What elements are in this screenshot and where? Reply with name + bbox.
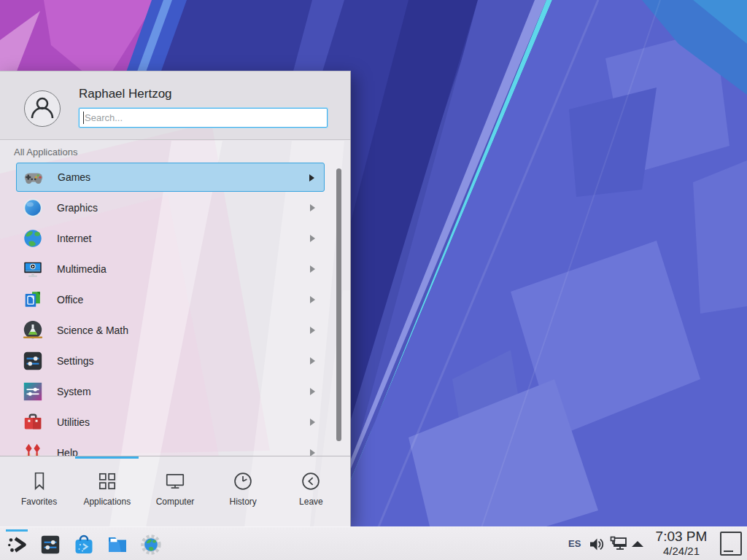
tab-history[interactable]: History xyxy=(209,459,277,526)
monitor-icon xyxy=(164,470,186,492)
user-avatar[interactable] xyxy=(24,90,61,127)
submenu-arrow-icon xyxy=(310,235,315,242)
clock-icon xyxy=(232,470,254,492)
submenu-arrow-icon xyxy=(310,327,315,334)
digital-clock[interactable]: 7:03 PM 4/24/21 xyxy=(651,529,711,558)
user-name: Raphael Hertzog xyxy=(79,87,172,101)
launcher-tab-bar: Favorites Applications Computer xyxy=(5,459,345,526)
network-icon[interactable] xyxy=(610,536,628,556)
tabbar-divider xyxy=(0,456,351,456)
tab-label: Computer xyxy=(156,497,195,507)
show-desktop-glyph xyxy=(724,551,733,552)
tab-label: Leave xyxy=(299,497,323,507)
category-graphics[interactable]: Graphics xyxy=(16,193,325,222)
documents-icon xyxy=(22,289,44,311)
bookmark-icon xyxy=(28,470,50,492)
flask-icon xyxy=(22,319,44,341)
tab-leave[interactable]: Leave xyxy=(277,459,345,526)
system-icon xyxy=(22,381,44,402)
desktop: Raphael Hertzog All Applications xyxy=(0,0,747,560)
submenu-arrow-icon xyxy=(310,204,315,211)
launcher-active-indicator xyxy=(6,529,28,532)
submenu-arrow-icon xyxy=(310,296,315,303)
list-scrollbar[interactable] xyxy=(336,168,341,441)
category-settings[interactable]: Settings xyxy=(16,346,325,376)
category-label: Graphics xyxy=(57,202,98,214)
application-launcher-menu: Raphael Hertzog All Applications xyxy=(0,71,351,526)
category-science-math[interactable]: Science & Math xyxy=(16,316,325,345)
app-launcher-icon[interactable] xyxy=(6,534,28,556)
person-icon xyxy=(26,92,59,125)
search-input[interactable] xyxy=(79,108,328,128)
toolbox-icon xyxy=(22,411,44,433)
submenu-arrow-icon xyxy=(310,419,315,426)
sphere-icon xyxy=(22,197,44,219)
taskbar-panel: ES 7:03 PM 4/24/21 xyxy=(0,526,747,560)
file-manager-icon[interactable] xyxy=(107,534,128,556)
leave-icon xyxy=(300,470,322,492)
grid-icon xyxy=(96,470,118,492)
tab-computer[interactable]: Computer xyxy=(141,459,209,526)
category-utilities[interactable]: Utilities xyxy=(16,408,325,437)
category-label: System xyxy=(57,386,91,397)
clock-time: 7:03 PM xyxy=(651,529,711,545)
globe-icon xyxy=(22,228,44,249)
sliders-icon xyxy=(22,350,44,372)
show-desktop-button[interactable] xyxy=(720,532,742,556)
tab-label: Favorites xyxy=(21,497,57,507)
category-label: Utilities xyxy=(57,416,90,428)
submenu-arrow-icon xyxy=(310,265,315,273)
keyboard-layout-indicator[interactable]: ES xyxy=(568,538,581,549)
category-label: Office xyxy=(57,294,83,306)
header-divider xyxy=(0,139,351,140)
category-list: Games Graphics xyxy=(0,158,351,456)
submenu-arrow-icon xyxy=(310,388,315,395)
section-heading: All Applications xyxy=(14,147,77,158)
submenu-arrow-icon xyxy=(310,449,315,456)
tab-favorites[interactable]: Favorites xyxy=(5,459,73,526)
category-help[interactable]: Help xyxy=(16,438,325,456)
category-system[interactable]: System xyxy=(16,377,325,406)
tab-applications[interactable]: Applications xyxy=(73,459,141,526)
media-screen-icon xyxy=(22,258,44,280)
discover-icon[interactable] xyxy=(73,534,95,556)
help-icon xyxy=(22,442,44,456)
category-label: Internet xyxy=(57,233,91,244)
web-browser-icon[interactable] xyxy=(140,534,162,556)
gamepad-icon xyxy=(23,166,44,188)
category-label: Games xyxy=(58,171,90,183)
system-settings-icon[interactable] xyxy=(39,534,61,556)
category-label: Multimedia xyxy=(57,263,107,275)
category-games[interactable]: Games xyxy=(16,163,325,192)
category-label: Settings xyxy=(57,355,94,367)
submenu-arrow-icon xyxy=(309,174,314,182)
category-multimedia[interactable]: Multimedia xyxy=(16,254,325,284)
volume-icon[interactable] xyxy=(588,536,605,556)
category-label: Help xyxy=(57,447,78,456)
text-caret xyxy=(83,112,84,124)
expand-tray-icon[interactable] xyxy=(632,541,643,547)
clock-date: 4/24/21 xyxy=(651,545,711,558)
category-office[interactable]: Office xyxy=(16,285,325,314)
category-label: Science & Math xyxy=(57,324,128,336)
submenu-arrow-icon xyxy=(310,357,315,365)
category-internet[interactable]: Internet xyxy=(16,224,325,253)
tab-label: Applications xyxy=(83,497,131,507)
tab-label: History xyxy=(230,497,257,507)
